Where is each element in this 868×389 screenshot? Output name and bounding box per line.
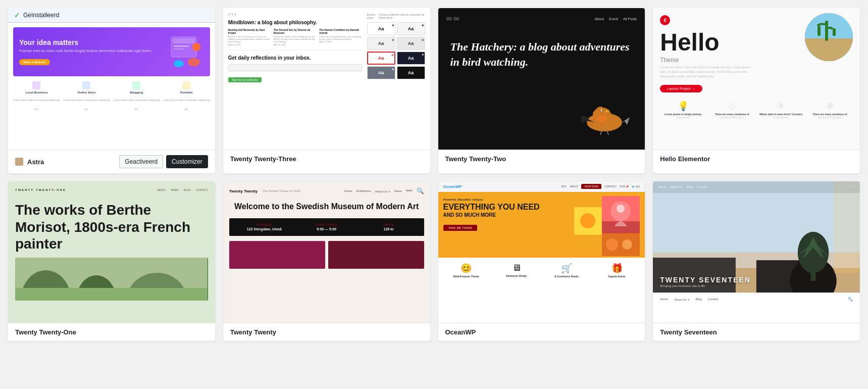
ts-footer-blog: Blog bbox=[696, 298, 702, 301]
tt20-gallery bbox=[229, 241, 424, 269]
astra-hero: Your idea matters Pulvinar enim ac torto… bbox=[13, 27, 210, 76]
hello-theme-name: Hello Elementor bbox=[660, 155, 710, 163]
astra-hero-desc: Pulvinar enim ac tortor nulla facilisi f… bbox=[19, 48, 152, 53]
tt20-footer: Twenty Twenty bbox=[223, 323, 430, 341]
installed-label: Geïnstalleerd bbox=[23, 12, 59, 19]
svg-point-10 bbox=[596, 107, 605, 116]
snowflake-icon: ❄ bbox=[807, 101, 853, 112]
oceanwp-hero-btn: TAKE ME THERE bbox=[443, 225, 478, 231]
elementor-icon: E bbox=[660, 15, 670, 25]
oceanwp-theme-name: OceanWP bbox=[445, 328, 476, 336]
astra-cta-btn: Make a Website bbox=[19, 59, 50, 65]
tt3-blog-title: Mindblown: a blog about philosophy. bbox=[228, 20, 362, 25]
tt3-article1: Naming and Necessity by Saul Kripke bbox=[228, 28, 271, 34]
owp-feature-3: 🛒 E-Commerce Ready bbox=[542, 263, 590, 278]
astra-feature-store: Online Store Lorem ipsum dolor consectet… bbox=[63, 81, 110, 112]
svg-rect-1 bbox=[173, 38, 195, 43]
astra-color-swatch bbox=[15, 158, 23, 166]
ts-search-icon: 🔍 bbox=[848, 297, 853, 302]
oceanwp-cta: SHOP NOW bbox=[581, 184, 601, 189]
owp-feature-2: 🖥 Elementor Ready bbox=[492, 263, 540, 278]
ts-nav-contact: Contact bbox=[697, 185, 707, 188]
ts-nav-about: About Us bbox=[670, 185, 683, 188]
ts-footer-home: Home bbox=[660, 298, 668, 301]
tt20-info-address: ADDRESS 123 Storgatan, Umeå bbox=[235, 223, 293, 231]
tt21-heading: The works of Berthe Morisot, 1800s-era F… bbox=[15, 202, 208, 253]
tt21-footer: Twenty Twenty-One bbox=[8, 323, 215, 341]
astra-footer-left: Astra bbox=[15, 158, 44, 166]
svg-point-6 bbox=[174, 60, 184, 67]
svg-point-5 bbox=[188, 58, 200, 66]
svg-point-32 bbox=[606, 238, 618, 251]
theme-card-tt21: TWENTY TWENTY-ONE ABOUT WORK BLOG CONTAC… bbox=[8, 181, 215, 341]
tt3-subscribe-text: Get daily reflections in your inbox. bbox=[228, 55, 362, 61]
tt3-subscribe-btn: Sign me up mailing list bbox=[228, 77, 262, 82]
check-icon: ✓ bbox=[14, 11, 20, 19]
astra-feature-local: Local Business Lorem ipsum dolor consect… bbox=[13, 81, 60, 112]
svg-rect-24 bbox=[16, 288, 208, 301]
astra-theme-name: Astra bbox=[27, 158, 44, 166]
svg-rect-42 bbox=[834, 181, 860, 273]
tt21-nav-about: ABOUT bbox=[157, 188, 166, 191]
ts-preview: Home About Us Blog Contact + TWENTY SEVE… bbox=[653, 181, 860, 323]
tt3-article2: The Second Sex by Simone de Beauvoir bbox=[274, 28, 316, 34]
tt21-nav-blog: BLOG bbox=[184, 188, 191, 191]
theme-card-astra: ✓ Geïnstalleerd Your idea matters Pulvin… bbox=[8, 8, 215, 173]
tt3-preview: TTT Mindblown: a blog about philosophy. … bbox=[223, 8, 430, 150]
deactivate-button[interactable]: Geactiveerd bbox=[119, 155, 163, 168]
svg-rect-18 bbox=[818, 26, 821, 36]
plane-icon: ✈ bbox=[758, 101, 804, 112]
astra-illustration bbox=[169, 34, 204, 67]
theme-card-hello: E Hello Theme Lorem text block. Click ed… bbox=[653, 8, 860, 173]
ts-nav-blog: Blog bbox=[687, 185, 693, 188]
ts-hero-area: Home About Us Blog Contact + TWENTY SEVE… bbox=[653, 181, 860, 293]
tt20-info-hours: OPEN TODAY 9:00 — 5:00 bbox=[297, 223, 355, 231]
diamond-icon: ◇ bbox=[709, 101, 755, 112]
hello-circle-img bbox=[805, 13, 853, 61]
tt3-theme-name: Twenty Twenty-Three bbox=[230, 155, 296, 163]
ts-theme-name: Twenty Seventeen bbox=[660, 328, 717, 336]
astra-preview: Your idea matters Pulvinar enim ac torto… bbox=[8, 8, 215, 150]
tt20-theme-name: Twenty Twenty bbox=[230, 328, 276, 336]
tt3-article3: The Human Condition by Hannah Arendt bbox=[319, 28, 362, 34]
themes-grid: ✓ Geïnstalleerd Your idea matters Pulvin… bbox=[8, 8, 860, 341]
theme-card-tt3: TTT Mindblown: a blog about philosophy. … bbox=[223, 8, 430, 173]
ts-nav-home: Home bbox=[658, 185, 666, 188]
tt21-preview: TWENTY TWENTY-ONE ABOUT WORK BLOG CONTAC… bbox=[8, 181, 215, 323]
hello-footer: Hello Elementor bbox=[653, 150, 860, 168]
owp-feature-1: 😊 Multi-Purpose Theme bbox=[442, 263, 490, 278]
ts-footer: Twenty Seventeen bbox=[653, 323, 860, 341]
svg-point-33 bbox=[622, 239, 632, 250]
tt20-info-bar: ADDRESS 123 Storgatan, Umeå OPEN TODAY 9… bbox=[229, 218, 424, 236]
theme-card-ts: Home About Us Blog Contact + TWENTY SEVE… bbox=[653, 181, 860, 341]
tt20-brand: Twenty Twenty bbox=[229, 189, 258, 193]
tt2-footer: Twenty Twenty-Two bbox=[438, 150, 645, 168]
ts-title: TWENTY SEVENTEEN bbox=[660, 276, 751, 284]
tt2-theme-name: Twenty Twenty-Two bbox=[445, 155, 506, 163]
astra-features: Local Business Lorem ipsum dolor consect… bbox=[13, 81, 210, 112]
theme-card-tt20: Twenty Twenty The Default Theme for 2020… bbox=[223, 181, 430, 341]
customizer-button[interactable]: Customizer bbox=[166, 155, 208, 168]
oceanwp-preview: OceanWP BUY ABOUT SHOP NOW CONTACT OUR 📌… bbox=[438, 181, 645, 323]
svg-point-30 bbox=[580, 213, 595, 228]
astra-hero-title: Your idea matters bbox=[19, 38, 152, 46]
tt2-blog-title: The Hatchery: a blog about adventures in… bbox=[450, 39, 633, 69]
tt21-theme-name: Twenty Twenty-One bbox=[15, 328, 76, 336]
tt21-nav-contact: CONTACT bbox=[196, 188, 208, 191]
tt21-nav-work: WORK bbox=[171, 188, 179, 191]
tt20-heading: Welcome to the Swedish Museum of Modern … bbox=[229, 202, 424, 212]
tt20-gallery-item-1 bbox=[229, 241, 325, 269]
astra-footer-buttons: Geactiveerd Customizer bbox=[119, 155, 208, 168]
tt3-footer: Twenty Twenty-Three bbox=[223, 150, 430, 168]
svg-rect-3 bbox=[174, 45, 189, 47]
tt21-hero-image bbox=[15, 258, 208, 301]
hello-preview: E Hello Theme Lorem text block. Click ed… bbox=[653, 8, 860, 150]
svg-point-28 bbox=[617, 205, 625, 213]
theme-card-oceanwp: OceanWP BUY ABOUT SHOP NOW CONTACT OUR 📌… bbox=[438, 181, 645, 341]
svg-rect-19 bbox=[833, 28, 836, 36]
svg-point-2 bbox=[192, 43, 200, 51]
svg-point-12 bbox=[602, 110, 603, 111]
tt20-default-label: The Default Theme for 2020 bbox=[263, 189, 300, 192]
hello-feature-diamond: ◇ There are many variations of passages … bbox=[709, 101, 755, 119]
oceanwp-footer: OceanWP bbox=[438, 323, 645, 341]
